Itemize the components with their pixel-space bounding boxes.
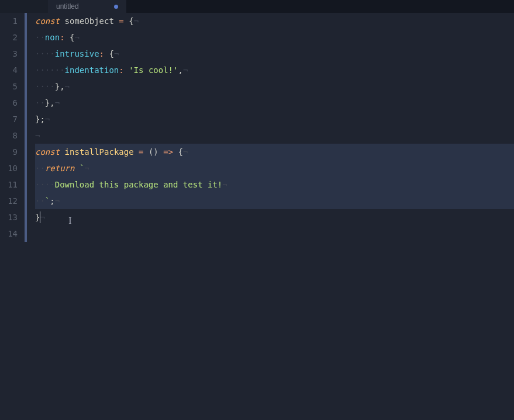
code-line[interactable]: ··},¬ <box>35 95 514 111</box>
line-number-gutter[interactable]: 1234567891011121314 <box>0 13 25 420</box>
code-line[interactable]: ··`;¬ <box>35 193 514 209</box>
line-number[interactable]: 13 <box>0 209 18 225</box>
code-line[interactable]: ¬ <box>35 127 514 144</box>
token-kw: const <box>35 147 60 157</box>
tab-bar: untitled <box>0 0 514 13</box>
token-fn: installPackage <box>65 147 134 157</box>
token-indent: ···· <box>35 82 55 91</box>
token-name <box>134 147 139 157</box>
token-name <box>124 16 129 26</box>
token-indent: ···· <box>35 49 55 58</box>
code-area[interactable]: const someObject = {¬··non: {¬····intrus… <box>27 13 514 420</box>
code-line[interactable]: };¬ <box>35 111 514 127</box>
token-pun: { <box>178 147 183 157</box>
token-op: : <box>99 49 104 58</box>
line-number[interactable]: 12 <box>0 193 18 209</box>
line-number[interactable]: 8 <box>0 127 18 144</box>
code-line[interactable]: ····},¬ <box>35 78 514 95</box>
line-number[interactable]: 7 <box>0 111 18 127</box>
token-pun: () <box>149 147 158 157</box>
token-nl: ¬ <box>55 196 60 206</box>
code-line[interactable]: ··non: {¬ <box>35 29 514 46</box>
text-caret <box>40 211 40 223</box>
line-number[interactable]: 4 <box>0 62 18 78</box>
token-op: : <box>119 65 123 75</box>
token-indent: ·· <box>35 33 45 42</box>
token-pun: }; <box>35 114 45 124</box>
token-nl: ¬ <box>65 82 70 91</box>
editor-tab[interactable]: untitled <box>48 0 126 13</box>
token-pun: , <box>178 65 182 75</box>
token-op: : <box>60 33 64 42</box>
token-nl: ¬ <box>74 33 79 42</box>
line-number[interactable]: 11 <box>0 176 18 193</box>
token-name <box>124 65 129 75</box>
line-number[interactable]: 14 <box>0 225 18 242</box>
tab-dirty-indicator-icon <box>114 5 118 9</box>
token-nl: ¬ <box>40 213 44 222</box>
token-nl: ¬ <box>183 65 188 75</box>
token-nl: ¬ <box>183 147 188 157</box>
tab-bar-spacer <box>0 0 48 13</box>
token-nl: ¬ <box>222 180 227 189</box>
code-line[interactable]: ··return `¬ <box>35 160 514 176</box>
token-key: indentation <box>65 65 119 75</box>
token-name <box>173 147 178 157</box>
line-number[interactable]: 5 <box>0 78 18 95</box>
code-line[interactable]: ······indentation: 'Is cool!',¬ <box>35 62 514 78</box>
token-nl: ¬ <box>84 164 89 173</box>
code-line[interactable]: }¬ <box>35 209 514 225</box>
token-nl: ¬ <box>134 16 139 26</box>
token-kw: const <box>35 16 60 26</box>
token-nl: ¬ <box>55 98 60 107</box>
token-pun: { <box>109 49 113 58</box>
code-line[interactable] <box>35 225 514 242</box>
code-line[interactable]: ····Download this package and test it!¬ <box>35 176 514 193</box>
line-number[interactable]: 2 <box>0 29 18 46</box>
token-pun: ; <box>50 196 54 206</box>
token-name <box>65 33 70 42</box>
line-number[interactable]: 6 <box>0 95 18 111</box>
token-name <box>158 147 163 157</box>
token-pun: { <box>129 16 133 26</box>
token-key: non <box>45 33 60 42</box>
token-nl: ¬ <box>35 131 40 140</box>
code-line[interactable]: ····intrusive: {¬ <box>35 46 514 62</box>
token-nl: ¬ <box>114 49 119 58</box>
editor[interactable]: 1234567891011121314 const someObject = {… <box>0 13 514 420</box>
line-number[interactable]: 1 <box>0 13 18 29</box>
line-number[interactable]: 10 <box>0 160 18 176</box>
code-line[interactable]: const installPackage = () => {¬ <box>35 144 514 160</box>
token-nl: ¬ <box>45 114 50 124</box>
token-kw2: return <box>45 164 75 173</box>
token-tmp: Download this package and test it! <box>55 180 223 189</box>
tab-bar-empty[interactable] <box>126 0 514 13</box>
token-indent: ······ <box>35 65 65 75</box>
token-op: = <box>119 16 123 26</box>
line-number[interactable]: 9 <box>0 144 18 160</box>
token-name <box>60 16 64 26</box>
token-str: 'Is cool!' <box>129 65 178 75</box>
token-name <box>143 147 148 157</box>
token-pun: }, <box>45 98 55 107</box>
line-number[interactable]: 3 <box>0 46 18 62</box>
token-pun: }, <box>55 82 65 91</box>
token-indent: ···· <box>35 180 55 189</box>
token-name <box>60 147 64 157</box>
token-op: => <box>163 147 173 157</box>
token-name <box>74 164 79 173</box>
token-indent: ·· <box>35 196 45 206</box>
token-indent: ·· <box>35 164 45 173</box>
tab-title: untitled <box>56 2 79 11</box>
token-name: someObject <box>65 16 114 26</box>
token-indent: ·· <box>35 98 45 107</box>
token-key: intrusive <box>55 49 99 58</box>
code-line[interactable]: const someObject = {¬ <box>35 13 514 29</box>
